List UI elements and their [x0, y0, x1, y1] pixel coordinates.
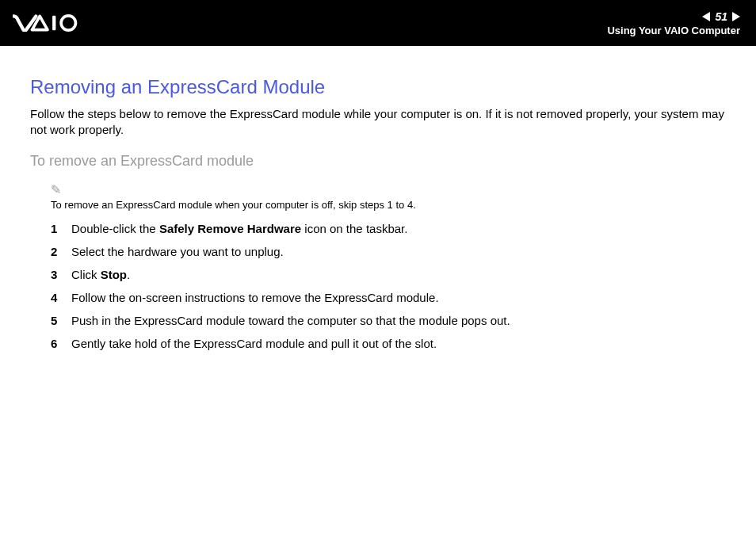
header-right: 51 Using Your VAIO Computer	[607, 10, 740, 36]
step-number: 3	[51, 266, 71, 283]
note-text: To remove an ExpressCard module when you…	[51, 199, 726, 211]
step-item: 4 Follow the on-screen instructions to r…	[30, 289, 726, 306]
note-block: ✎ To remove an ExpressCard module when y…	[51, 182, 726, 211]
step-number: 1	[51, 220, 71, 237]
step-item: 3 Click Stop.	[30, 266, 726, 283]
step-number: 6	[51, 335, 71, 352]
next-page-icon[interactable]	[732, 12, 740, 21]
step-item: 6 Gently take hold of the ExpressCard mo…	[30, 335, 726, 352]
header-bar: 51 Using Your VAIO Computer	[0, 0, 756, 46]
svg-point-1	[61, 16, 75, 30]
vaio-logo	[13, 14, 100, 32]
prev-page-icon[interactable]	[702, 12, 710, 21]
content-area: Removing an ExpressCard Module Follow th…	[0, 46, 756, 374]
step-item: 2 Select the hardware you want to unplug…	[30, 243, 726, 260]
intro-text: Follow the steps below to remove the Exp…	[30, 106, 726, 139]
step-text: Gently take hold of the ExpressCard modu…	[71, 335, 726, 352]
section-name: Using Your VAIO Computer	[607, 25, 740, 36]
page-title: Removing an ExpressCard Module	[30, 76, 726, 98]
subtitle: To remove an ExpressCard module	[30, 153, 726, 170]
pencil-note-icon: ✎	[51, 182, 726, 197]
step-text: Select the hardware you want to unplug.	[71, 243, 726, 260]
step-item: 5 Push in the ExpressCard module toward …	[30, 312, 726, 329]
step-number: 2	[51, 243, 71, 260]
page-number: 51	[715, 10, 727, 23]
step-text: Push in the ExpressCard module toward th…	[71, 312, 726, 329]
step-text: Click Stop.	[71, 266, 726, 283]
step-number: 5	[51, 312, 71, 329]
step-number: 4	[51, 289, 71, 306]
svg-rect-0	[52, 16, 55, 30]
step-item: 1 Double-click the Safely Remove Hardwar…	[30, 220, 726, 237]
steps-list: 1 Double-click the Safely Remove Hardwar…	[30, 220, 726, 352]
page-nav: 51	[702, 10, 740, 23]
step-text: Double-click the Safely Remove Hardware …	[71, 220, 726, 237]
step-text: Follow the on-screen instructions to rem…	[71, 289, 726, 306]
